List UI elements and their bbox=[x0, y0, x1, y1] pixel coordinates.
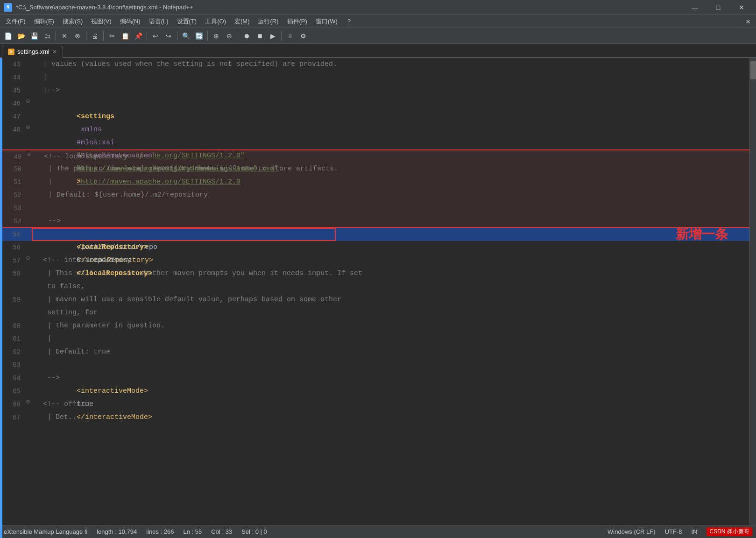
code-44[interactable]: | bbox=[32, 71, 756, 84]
menu-close-btn[interactable]: ✕ bbox=[742, 16, 754, 27]
code-60[interactable]: | the parameter in question. bbox=[32, 319, 756, 333]
code-59[interactable]: | maven will use a sensible default valu… bbox=[32, 293, 756, 306]
close-button[interactable]: ✕ bbox=[731, 0, 752, 14]
fold-50 bbox=[25, 163, 33, 176]
code-48b[interactable]: https://maven.apache.org/xsd/settings-1.… bbox=[32, 136, 756, 149]
line-num-48b bbox=[0, 136, 24, 149]
fold-62 bbox=[24, 346, 32, 359]
code-58b[interactable]: to false, bbox=[32, 280, 756, 293]
code-54[interactable]: --> bbox=[33, 215, 756, 227]
minimize-button[interactable]: — bbox=[684, 0, 706, 14]
code-67[interactable]: | Det... bbox=[32, 411, 756, 424]
menu-edit[interactable]: 编辑(E) bbox=[30, 16, 58, 27]
line-row-44: 44 | bbox=[0, 71, 756, 84]
code-52[interactable]: | Default: ${user.home}/.m2/repository bbox=[33, 189, 756, 202]
menu-macro[interactable]: 宏(M) bbox=[231, 16, 254, 27]
window-title: *C:\_Software\apache-maven-3.8.4\conf\se… bbox=[16, 4, 193, 11]
toolbar-redo[interactable]: ↪ bbox=[163, 30, 175, 42]
toolbar-print[interactable]: 🖨 bbox=[89, 30, 101, 42]
fold-65 bbox=[24, 385, 32, 398]
toolbar-open[interactable]: 📂 bbox=[15, 30, 27, 42]
toolbar-macro-play[interactable]: ▶ bbox=[267, 30, 279, 42]
menu-settings[interactable]: 设置(T) bbox=[173, 16, 201, 27]
status-col: Col : 33 bbox=[211, 528, 232, 535]
code-65[interactable] bbox=[32, 385, 756, 398]
toolbar-new[interactable]: 📄 bbox=[2, 30, 14, 42]
toolbar-undo[interactable]: ↩ bbox=[149, 30, 162, 42]
code-59b[interactable]: setting, for bbox=[32, 306, 756, 319]
code-43[interactable]: | values (values used when the setting i… bbox=[32, 58, 756, 71]
toolbar-zoom-out[interactable]: ⊖ bbox=[223, 30, 235, 42]
line-row-61: 61 | bbox=[0, 333, 756, 346]
line-num-44: 44 bbox=[0, 71, 24, 84]
code-47[interactable]: xmlns:xsi = "http://www.w3.org/2001/XMLS… bbox=[32, 110, 756, 123]
line-num-54: 54 bbox=[1, 215, 25, 227]
status-lines: lines : 266 bbox=[146, 528, 174, 535]
toolbar-macro-rec[interactable]: ⏺ bbox=[240, 30, 253, 42]
toolbar-copy[interactable]: 📋 bbox=[119, 30, 131, 42]
code-61[interactable]: | bbox=[32, 333, 756, 346]
line-row-62: 62 | Default: true bbox=[0, 346, 756, 359]
toolbar-btn-extra[interactable]: ≡ bbox=[284, 30, 296, 42]
toolbar-replace[interactable]: 🔄 bbox=[193, 30, 205, 42]
fold-51 bbox=[25, 176, 33, 189]
code-55[interactable]: <localRepository> C:\repository </localR… bbox=[32, 228, 756, 241]
toolbar-closeall[interactable]: ⊗ bbox=[71, 30, 84, 42]
line-row-52: 52 | Default: ${user.home}/.m2/repositor… bbox=[0, 189, 756, 202]
toolbar-close[interactable]: ✕ bbox=[58, 30, 71, 42]
toolbar-find[interactable]: 🔍 bbox=[180, 30, 192, 42]
toolbar-save[interactable]: 💾 bbox=[28, 30, 40, 42]
fold-48b bbox=[24, 136, 32, 149]
fold-43 bbox=[24, 58, 32, 71]
line-num-60: 60 bbox=[0, 319, 24, 333]
toolbar-macro-stop[interactable]: ⏹ bbox=[254, 30, 266, 42]
code-51[interactable]: | bbox=[33, 176, 756, 189]
line-num-56: 56 bbox=[0, 241, 24, 254]
code-62[interactable]: | Default: true bbox=[32, 346, 756, 359]
maximize-button[interactable]: □ bbox=[707, 0, 729, 14]
code-48[interactable]: xsi:schemaLocation = "http://maven.apach… bbox=[32, 123, 756, 136]
line-num-43: 43 bbox=[0, 58, 24, 71]
status-bar: eXtensible Markup Language fi length : 1… bbox=[0, 525, 756, 538]
menu-search[interactable]: 搜索(S) bbox=[59, 16, 86, 27]
line-num-48: 48 bbox=[0, 123, 24, 136]
menu-run[interactable]: 运行(R) bbox=[254, 16, 282, 27]
code-57[interactable]: <!-- interactiveMode bbox=[32, 254, 756, 267]
code-66[interactable]: <!-- offline bbox=[32, 398, 756, 411]
menu-view[interactable]: 视图(V) bbox=[87, 16, 115, 27]
menu-encoding[interactable]: 编码(N) bbox=[116, 16, 144, 27]
code-50[interactable]: | The path to the local repository maven… bbox=[33, 163, 756, 176]
code-53[interactable]: <localRepository> /path/to/local/repo </… bbox=[33, 202, 756, 215]
line-num-51: 51 bbox=[1, 176, 25, 189]
scrollbar-thumb[interactable] bbox=[750, 61, 756, 79]
fold-57: ⊖ bbox=[24, 254, 32, 267]
scrollbar-v[interactable] bbox=[749, 58, 756, 538]
menu-window[interactable]: 窗口(W) bbox=[312, 16, 341, 27]
fold-56 bbox=[24, 241, 32, 254]
toolbar-paste[interactable]: 📌 bbox=[132, 30, 144, 42]
menu-help[interactable]: ？ bbox=[342, 16, 356, 27]
fold-67 bbox=[24, 411, 32, 424]
toolbar-saveall[interactable]: 🗂 bbox=[41, 30, 53, 42]
toolbar-zoom-in[interactable]: ⊕ bbox=[210, 30, 222, 42]
code-45[interactable]: |--> bbox=[32, 84, 756, 97]
menu-tools[interactable]: 工具(O) bbox=[201, 16, 230, 27]
toolbar-cut[interactable]: ✂ bbox=[106, 30, 118, 42]
status-length: length : 10,794 bbox=[97, 528, 137, 535]
status-left: eXtensible Markup Language fi length : 1… bbox=[4, 528, 267, 535]
toolbar-btn-extra2[interactable]: ⚙ bbox=[297, 30, 309, 42]
tab-close-btn[interactable]: ✕ bbox=[52, 49, 57, 55]
menu-file[interactable]: 文件(F) bbox=[2, 16, 29, 27]
code-63[interactable]: <interactiveMode> true </interactiveMode… bbox=[32, 359, 756, 372]
code-49[interactable]: <!-- localRepository bbox=[33, 150, 756, 163]
code-64[interactable]: --> bbox=[32, 372, 756, 385]
fold-54 bbox=[25, 215, 33, 227]
code-46[interactable]: <settings xmlns = "http://maven.apache.o… bbox=[32, 97, 756, 110]
menu-plugins[interactable]: 插件(P) bbox=[283, 16, 311, 27]
line-num-50: 50 bbox=[1, 163, 25, 176]
line-num-59: 59 bbox=[0, 293, 24, 306]
line-row-43: 43 | values (values used when the settin… bbox=[0, 58, 756, 71]
line-row-49: 49 ⊖ <!-- localRepository bbox=[0, 149, 756, 163]
tab-settings-xml[interactable]: X settings.xml ✕ bbox=[2, 46, 63, 58]
menu-language[interactable]: 语言(L) bbox=[145, 16, 172, 27]
